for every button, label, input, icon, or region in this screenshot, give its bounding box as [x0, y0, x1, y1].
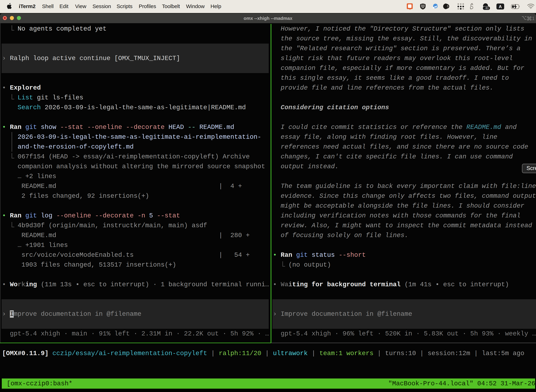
svg-text:..61: ..61: [484, 7, 489, 10]
svg-text:A: A: [499, 4, 502, 9]
svg-text:1: 1: [532, 16, 535, 21]
